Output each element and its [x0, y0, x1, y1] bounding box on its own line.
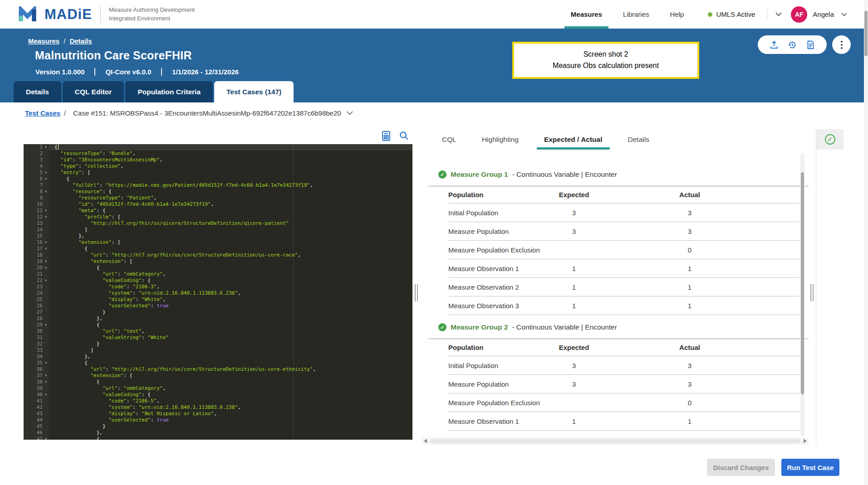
- tab-details-results[interactable]: Details: [627, 129, 650, 150]
- fold-toggle-icon[interactable]: ▾: [43, 170, 49, 176]
- nav-item-measures[interactable]: Measures: [571, 0, 602, 29]
- json-editor[interactable]: 1▾{2 "resourceType": "Bundle",3 "id": "3…: [24, 144, 412, 440]
- code-text[interactable]: {: [49, 322, 99, 328]
- code-text[interactable]: }: [49, 309, 106, 315]
- fold-toggle-icon[interactable]: ▾: [43, 436, 49, 440]
- page-scrollbar[interactable]: [864, 0, 868, 485]
- code-text[interactable]: "userSelected": true: [49, 303, 169, 309]
- tab-cql-editor[interactable]: CQL Editor: [63, 81, 124, 102]
- code-text[interactable]: "resource": {: [49, 189, 112, 195]
- code-text[interactable]: "fullUrl": "https://madie.cms.gov/Patien…: [49, 182, 313, 189]
- code-text[interactable]: "meta": {: [49, 208, 106, 214]
- page-scrollbar-thumb[interactable]: [864, 11, 868, 56]
- scroll-left-arrow-icon[interactable]: [424, 439, 427, 443]
- code-text[interactable]: },: [49, 233, 84, 239]
- umls-chevron-down-icon[interactable]: [775, 12, 782, 16]
- fold-toggle-icon[interactable]: ▾: [43, 214, 49, 220]
- fold-toggle-icon[interactable]: ▾: [43, 208, 49, 214]
- code-text[interactable]: "code": "2186-5",: [49, 398, 160, 404]
- code-text[interactable]: "url": "http://hl7.org/fhir/us/core/Stru…: [49, 252, 301, 258]
- fold-toggle-icon[interactable]: ▾: [43, 246, 49, 252]
- code-text[interactable]: "code": "2106-3",: [49, 284, 160, 290]
- code-text[interactable]: "extension": [: [49, 258, 132, 265]
- version-history-icon[interactable]: [787, 40, 797, 50]
- code-text[interactable]: {: [49, 265, 99, 271]
- fold-toggle-icon[interactable]: ▾: [43, 379, 49, 385]
- fold-toggle-icon[interactable]: ▾: [43, 322, 49, 328]
- code-text[interactable]: {: [49, 176, 69, 182]
- code-text[interactable]: }: [49, 423, 106, 430]
- tab-highlighting[interactable]: Highlighting: [481, 129, 520, 150]
- right-splitter-handle[interactable]: [810, 284, 814, 301]
- code-text[interactable]: "extension": [: [49, 373, 132, 379]
- code-text[interactable]: "type": "collection",: [49, 163, 123, 170]
- tab-population-criteria[interactable]: Population Criteria: [125, 81, 213, 102]
- fold-toggle-icon[interactable]: ▾: [43, 373, 49, 379]
- code-text[interactable]: "id": "3EncountersMultiAssesinMp",: [49, 157, 162, 163]
- code-text[interactable]: "entry": [: [49, 170, 90, 176]
- code-text[interactable]: }: [49, 341, 99, 347]
- calculator-icon[interactable]: [381, 131, 391, 141]
- code-text[interactable]: "http://hl7.org/fhir/us/qicore/Structure…: [49, 220, 289, 227]
- code-text[interactable]: "resourceType": "Patient",: [49, 195, 157, 201]
- code-text[interactable]: "valueString": "White": [49, 335, 169, 341]
- code-text[interactable]: "url": "http://hl7.org/fhir/us/core/Stru…: [49, 366, 316, 373]
- code-text[interactable]: {: [49, 436, 99, 440]
- code-text[interactable]: "profile": [: [49, 214, 121, 220]
- test-cases-link[interactable]: Test Cases: [25, 109, 60, 117]
- tab-test-cases[interactable]: Test Cases (147): [214, 81, 294, 102]
- export-icon[interactable]: [769, 40, 779, 50]
- code-text[interactable]: "userSelected": true: [49, 417, 169, 423]
- code-text[interactable]: "valueCoding": {: [49, 392, 151, 398]
- discard-changes-button[interactable]: Discard Changes: [707, 459, 775, 476]
- tab-expected-actual[interactable]: Expected / Actual: [543, 129, 603, 150]
- document-icon[interactable]: [805, 40, 815, 50]
- results-horizontal-scrollbar[interactable]: [422, 437, 809, 445]
- fold-toggle-icon[interactable]: ▾: [43, 392, 49, 398]
- left-splitter-handle[interactable]: [415, 284, 418, 301]
- code-text[interactable]: "url": "ombCategory",: [49, 385, 166, 392]
- results-vertical-scrollbar-thumb[interactable]: [801, 172, 804, 394]
- tab-details[interactable]: Details: [14, 81, 61, 102]
- code-text[interactable]: },: [49, 315, 103, 322]
- fold-toggle-icon[interactable]: ▾: [43, 176, 49, 182]
- tab-cql[interactable]: CQL: [441, 129, 457, 150]
- kebab-menu-icon[interactable]: [832, 35, 851, 54]
- code-text[interactable]: "system": "urn:oid:2.16.840.1.113883.6.2…: [49, 290, 241, 296]
- search-icon[interactable]: [399, 131, 409, 141]
- nav-item-libraries[interactable]: Libraries: [623, 0, 649, 29]
- code-text[interactable]: "system": "urn:oid:2.16.840.1.113883.6.2…: [49, 404, 241, 411]
- run-test-case-button[interactable]: Run Test Case: [781, 459, 839, 476]
- avatar[interactable]: AF: [791, 6, 807, 23]
- fold-toggle-icon[interactable]: ▾: [43, 360, 49, 366]
- nav-item-help[interactable]: Help: [670, 0, 684, 29]
- fold-toggle-icon[interactable]: ▾: [43, 239, 49, 246]
- code-text[interactable]: {: [49, 379, 99, 385]
- code-text[interactable]: "extension": [: [49, 239, 121, 246]
- scroll-right-arrow-icon[interactable]: [804, 439, 807, 443]
- fold-toggle-icon[interactable]: ▾: [43, 277, 49, 284]
- fold-toggle-icon[interactable]: ▾: [43, 144, 49, 150]
- fold-toggle-icon[interactable]: ▾: [43, 189, 49, 195]
- fold-toggle-icon[interactable]: ▾: [43, 258, 49, 265]
- breadcrumb-measures-link[interactable]: Measures: [28, 37, 59, 45]
- code-text[interactable]: {: [49, 246, 88, 252]
- breadcrumb-details-link[interactable]: Details: [69, 37, 92, 45]
- code-text[interactable]: ]: [49, 227, 88, 233]
- user-menu[interactable]: Angela: [813, 10, 851, 18]
- code-text[interactable]: },: [49, 354, 90, 360]
- code-text[interactable]: "valueCoding": {: [49, 277, 151, 284]
- code-text[interactable]: {: [49, 360, 88, 366]
- code-text[interactable]: "display": "Not Hispanic or Latino",: [49, 411, 217, 417]
- code-text[interactable]: "display": "White",: [49, 296, 166, 303]
- code-text[interactable]: "url": "ombCategory",: [49, 271, 166, 277]
- code-text[interactable]: "url": "text",: [49, 328, 145, 335]
- code-text[interactable]: "resourceType": "Bundle",: [49, 150, 136, 157]
- results-horizontal-scrollbar-thumb[interactable]: [430, 439, 800, 443]
- code-text[interactable]: ]: [49, 347, 93, 354]
- code-text[interactable]: "id": "405d152f-f7ed-4c60-b1a4-1e7e34273…: [49, 201, 214, 208]
- testcase-chevron-down-icon[interactable]: [347, 111, 353, 115]
- madie-logo[interactable]: MADiE: [18, 6, 92, 23]
- code-text[interactable]: {: [49, 144, 59, 150]
- code-text[interactable]: },: [49, 430, 103, 436]
